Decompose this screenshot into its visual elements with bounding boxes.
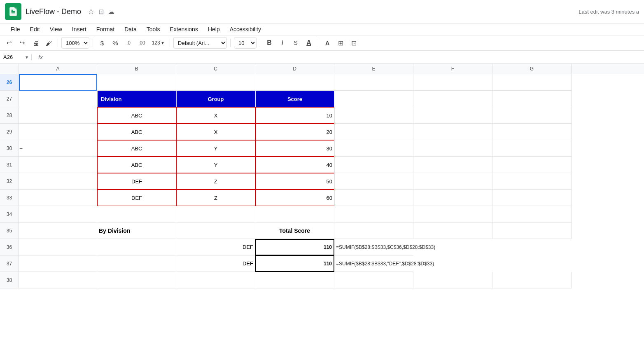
menu-view[interactable]: View: [46, 24, 66, 34]
cell-f28[interactable]: [413, 107, 492, 124]
cell-g28[interactable]: [492, 107, 572, 124]
cell-d36-value[interactable]: 110: [255, 239, 334, 255]
cell-c37-def[interactable]: DEF: [176, 255, 255, 272]
row-number-38[interactable]: 38: [0, 272, 19, 288]
cell-e36-formula[interactable]: =SUMIF($B$28:$B$33,$C$36,$D$28:$D$33): [334, 239, 413, 255]
row-number-31[interactable]: 31: [0, 157, 19, 173]
cell-e35[interactable]: [334, 223, 413, 239]
decimal-inc-button[interactable]: .00: [136, 37, 148, 49]
cell-g37[interactable]: [492, 255, 572, 272]
row-collapse-icon[interactable]: −: [19, 145, 23, 152]
cell-d30[interactable]: 30: [255, 140, 334, 157]
cell-g32[interactable]: [492, 173, 572, 190]
cell-b37[interactable]: [97, 255, 176, 272]
cell-b34[interactable]: [97, 206, 176, 223]
cell-a38[interactable]: [19, 272, 97, 288]
font-name-select[interactable]: Default (Ari... Arial Times New Roman: [173, 37, 227, 49]
cell-e29[interactable]: [334, 124, 413, 140]
cell-a26[interactable]: [19, 74, 97, 91]
cell-g29[interactable]: [492, 124, 572, 140]
menu-format[interactable]: Format: [92, 24, 119, 34]
cell-a35[interactable]: [19, 223, 97, 239]
font-size-select[interactable]: 10 11 12 14: [234, 37, 257, 49]
menu-accessibility[interactable]: Accessibility: [226, 24, 265, 34]
cell-d28[interactable]: 10: [255, 107, 334, 124]
undo-button[interactable]: ↩: [3, 37, 15, 49]
cell-c26[interactable]: [176, 74, 255, 91]
cell-d34[interactable]: [255, 206, 334, 223]
cell-f38[interactable]: [413, 272, 492, 288]
strikethrough-button[interactable]: S: [290, 37, 301, 49]
bold-button[interactable]: B: [264, 37, 275, 49]
cell-c27-header[interactable]: Group: [176, 91, 255, 107]
paint-format-button[interactable]: 🖌: [43, 37, 54, 49]
cell-f26[interactable]: [413, 74, 492, 91]
col-header-g[interactable]: G: [492, 64, 572, 74]
cell-b32[interactable]: DEF: [97, 173, 176, 190]
cell-e33[interactable]: [334, 190, 413, 206]
cell-f29[interactable]: [413, 124, 492, 140]
cloud-icon[interactable]: ☁: [108, 8, 114, 16]
cell-f35[interactable]: [413, 223, 492, 239]
row-number-37[interactable]: 37: [0, 255, 19, 272]
menu-extensions[interactable]: Extensions: [166, 24, 202, 34]
cell-a27[interactable]: [19, 91, 97, 107]
cell-b33[interactable]: DEF: [97, 190, 176, 206]
menu-edit[interactable]: Edit: [26, 24, 44, 34]
cell-c31[interactable]: Y: [176, 157, 255, 173]
row-number-32[interactable]: 32: [0, 173, 19, 190]
cell-g27[interactable]: [492, 91, 572, 107]
col-header-b[interactable]: B: [97, 64, 176, 74]
cell-d31[interactable]: 40: [255, 157, 334, 173]
italic-button[interactable]: I: [277, 37, 288, 49]
cell-e31[interactable]: [334, 157, 413, 173]
star-icon[interactable]: ☆: [88, 7, 94, 16]
cell-b28[interactable]: ABC: [97, 107, 176, 124]
fill-color-button[interactable]: A: [322, 37, 333, 49]
col-header-a[interactable]: A: [19, 64, 97, 74]
cell-d35-total-score[interactable]: Total Score: [255, 223, 334, 239]
cell-e38[interactable]: [334, 272, 413, 288]
cell-g31[interactable]: [492, 157, 572, 173]
cell-d26[interactable]: [255, 74, 334, 91]
cell-g35[interactable]: [492, 223, 572, 239]
row-number-29[interactable]: 29: [0, 124, 19, 140]
cell-f30[interactable]: [413, 140, 492, 157]
cell-d32[interactable]: 50: [255, 173, 334, 190]
merge-button[interactable]: ⊡: [348, 37, 359, 49]
cell-f27[interactable]: [413, 91, 492, 107]
cell-c29[interactable]: X: [176, 124, 255, 140]
cell-b27-header[interactable]: Division: [97, 91, 176, 107]
cell-a37[interactable]: [19, 255, 97, 272]
row-number-30[interactable]: 30 −: [0, 140, 19, 157]
cell-a32[interactable]: [19, 173, 97, 190]
col-header-e[interactable]: E: [334, 64, 413, 74]
cell-b31[interactable]: ABC: [97, 157, 176, 173]
cell-c38[interactable]: [176, 272, 255, 288]
folder-icon[interactable]: ⊡: [98, 8, 104, 16]
cell-g33[interactable]: [492, 190, 572, 206]
col-header-d[interactable]: D: [255, 64, 334, 74]
cell-d27-header[interactable]: Score: [255, 91, 334, 107]
row-number-26[interactable]: 26: [0, 74, 19, 91]
cell-b35-by-division[interactable]: By Division: [97, 223, 176, 239]
menu-tools[interactable]: Tools: [142, 24, 164, 34]
cell-ref-dropdown[interactable]: ▾: [26, 54, 28, 60]
cell-g38[interactable]: [492, 272, 572, 288]
cell-a30[interactable]: [19, 140, 97, 157]
cell-f34[interactable]: [413, 206, 492, 223]
cell-g36[interactable]: [492, 239, 572, 255]
cell-a36[interactable]: [19, 239, 97, 255]
cell-e34[interactable]: [334, 206, 413, 223]
borders-button[interactable]: ⊞: [335, 37, 346, 49]
menu-insert[interactable]: Insert: [68, 24, 91, 34]
row-number-27[interactable]: 27: [0, 91, 19, 107]
cell-a29[interactable]: [19, 124, 97, 140]
cell-d29[interactable]: 20: [255, 124, 334, 140]
underline-btn-container[interactable]: A: [303, 37, 315, 49]
cell-c36-def[interactable]: DEF: [176, 239, 255, 255]
menu-file[interactable]: File: [7, 24, 24, 34]
cell-e27[interactable]: [334, 91, 413, 107]
cell-a33[interactable]: [19, 190, 97, 206]
cell-e37-formula[interactable]: =SUMIF($B$28:$B$33,"DEF",$D$28:$D$33): [334, 255, 413, 272]
